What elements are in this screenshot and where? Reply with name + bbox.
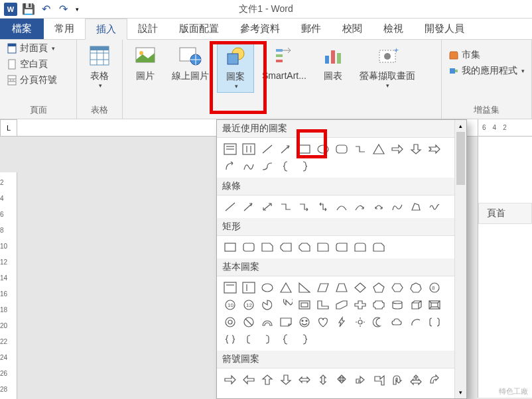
shape-rect-sniprnd[interactable] (369, 239, 388, 256)
tab-references[interactable]: 參考資料 (230, 19, 291, 39)
tab-design[interactable]: 設計 (127, 19, 168, 39)
shape-bracket-pair[interactable] (425, 314, 444, 331)
shape-frame[interactable] (295, 296, 314, 314)
shape-tear[interactable]: 10 (221, 296, 239, 314)
shape-rect-round2d[interactable] (351, 239, 369, 256)
shape-smiley[interactable] (295, 314, 314, 331)
shape-elbow[interactable] (277, 198, 295, 215)
shape-oval[interactable] (314, 141, 332, 158)
shape-lshape[interactable] (314, 296, 332, 314)
shape-arrow-down[interactable] (407, 141, 425, 158)
shape-blockarc[interactable] (258, 314, 277, 331)
shape-arrow-ud[interactable] (314, 371, 332, 388)
shapes-button[interactable]: 圖案▾ (217, 41, 254, 93)
save-icon[interactable]: 💾 (23, 3, 34, 15)
word-app-icon[interactable]: W (4, 3, 17, 16)
shape-dodecagon[interactable]: 12 (239, 296, 258, 314)
chart-button[interactable]: 圖表 (314, 41, 352, 85)
scroll-up-icon[interactable]: ▴ (455, 120, 466, 132)
online-pictures-button[interactable]: 線上圖片 (166, 41, 214, 85)
page-break-button[interactable]: 分頁符號 (4, 73, 60, 87)
scroll-down-icon[interactable]: ▾ (455, 386, 466, 398)
shape-curve[interactable] (332, 198, 351, 215)
shape-scribble[interactable] (239, 158, 258, 175)
shape-triangle[interactable] (369, 141, 388, 158)
tab-layout[interactable]: 版面配置 (168, 19, 230, 39)
tab-view[interactable]: 檢視 (373, 19, 414, 39)
shape-rounded-rect[interactable] (332, 141, 351, 158)
shape-donut[interactable] (221, 314, 239, 331)
shape-decagon[interactable]: 8 (425, 279, 444, 296)
undo-icon[interactable]: ↶ (40, 3, 52, 15)
shape-lightning[interactable] (332, 314, 351, 331)
smartart-button[interactable]: SmartArt... (257, 41, 312, 84)
shape-rect-round2[interactable] (332, 239, 351, 256)
shape-freeform2[interactable] (407, 198, 425, 215)
shape-curve-arrow[interactable] (351, 198, 369, 215)
shape-cross[interactable] (351, 296, 369, 314)
shape-line-arrow[interactable] (277, 141, 295, 158)
shape-plaque[interactable] (369, 296, 388, 314)
cover-page-button[interactable]: 封面頁▾ (4, 41, 60, 56)
scroll-thumb[interactable] (456, 132, 465, 185)
shape-rect-snip2[interactable] (277, 239, 295, 256)
shape-arrow-lr[interactable] (295, 371, 314, 388)
shape-bracket-r[interactable] (258, 331, 277, 348)
shape-arrow-notch[interactable] (425, 141, 444, 158)
shape-arrow-u[interactable] (258, 371, 277, 388)
shape-textbox-v[interactable] (239, 141, 258, 158)
shape-bevel[interactable] (425, 296, 444, 314)
shape-brace-pair[interactable] (221, 331, 239, 348)
shape-bracket-l[interactable] (239, 331, 258, 348)
shape-line-arrow[interactable] (239, 198, 258, 215)
blank-page-button[interactable]: 空白頁 (4, 57, 60, 72)
shape-heart[interactable] (314, 314, 332, 331)
shape-textbox[interactable] (221, 279, 239, 296)
qat-dropdown-icon[interactable]: ▾ (76, 6, 79, 13)
screenshot-button[interactable]: + 螢幕擷取畫面▾ (354, 41, 421, 91)
shape-rectangle[interactable] (295, 141, 314, 158)
shape-rect-snip1[interactable] (258, 239, 277, 256)
tab-developer[interactable]: 開發人員 (414, 19, 475, 39)
shape-elbow-darrow[interactable] (314, 198, 332, 215)
table-button[interactable]: 表格▾ (81, 41, 118, 91)
shape-brace-l[interactable] (277, 331, 295, 348)
shape-heptagon[interactable] (407, 279, 425, 296)
shape-rect-snip2d[interactable] (295, 239, 314, 256)
shape-arrow-bent2[interactable] (369, 371, 388, 388)
shape-foldcorner[interactable] (277, 314, 295, 331)
shape-diamond[interactable] (351, 279, 369, 296)
shape-sun[interactable] (351, 314, 369, 331)
shape-diagstripe[interactable] (332, 296, 351, 314)
store-button[interactable]: 市集 (446, 48, 527, 62)
pictures-button[interactable]: 圖片 (127, 41, 164, 85)
shape-textbox[interactable] (221, 141, 239, 158)
shape-pie[interactable] (258, 296, 277, 314)
shape-teardrop[interactable] (277, 296, 295, 314)
tab-file[interactable]: 檔案 (0, 19, 44, 39)
shape-line[interactable] (258, 141, 277, 158)
shape-line[interactable] (221, 198, 239, 215)
shape-arc[interactable] (407, 314, 425, 331)
shape-brace-l[interactable] (277, 158, 295, 175)
shape-curved-arrow[interactable] (221, 158, 239, 175)
shape-oval[interactable] (258, 279, 277, 296)
shapes-scrollbar[interactable]: ▴ ▾ (454, 120, 466, 398)
tab-insert[interactable]: 插入 (85, 19, 127, 40)
shape-connector[interactable] (351, 141, 369, 158)
shape-arrow-r[interactable] (221, 371, 239, 388)
shape-rtriangle[interactable] (295, 279, 314, 296)
shape-cube[interactable] (407, 296, 425, 314)
shape-rect[interactable] (221, 239, 239, 256)
shape-noentry[interactable] (239, 314, 258, 331)
tab-review[interactable]: 校閱 (332, 19, 373, 39)
shape-can[interactable] (388, 296, 407, 314)
shape-arrow-right[interactable] (388, 141, 407, 158)
shape-arrow-uturn[interactable] (388, 371, 407, 388)
ruler-vertical[interactable]: 2 4 6 8 10 12 14 16 18 20 22 24 26 28 (0, 172, 17, 399)
shape-line-darrow[interactable] (258, 198, 277, 215)
side-header-button[interactable]: 頁首 (478, 203, 532, 224)
shape-brace-r[interactable] (295, 331, 314, 348)
shape-connector2[interactable] (258, 158, 277, 175)
shape-freeform[interactable] (388, 198, 407, 215)
